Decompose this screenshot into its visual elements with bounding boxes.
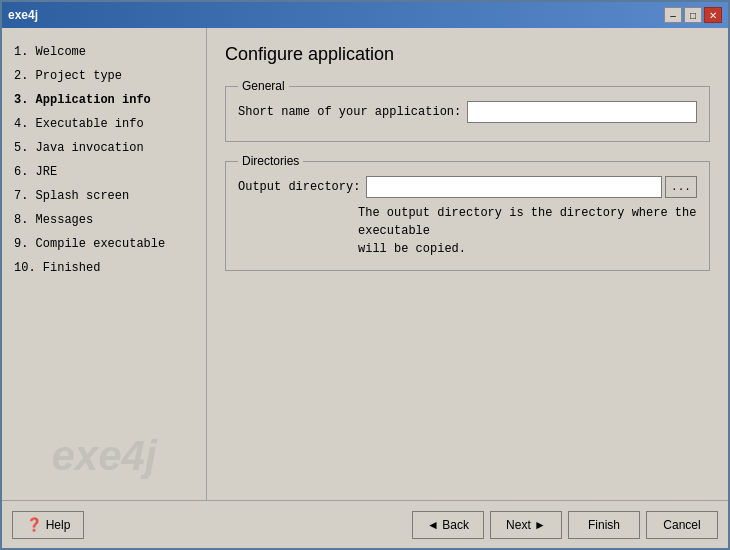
sidebar-item-jre[interactable]: 6. JRE [10,160,198,184]
next-label: Next ► [506,518,546,532]
sidebar-item-compile-executable[interactable]: 9. Compile executable [10,232,198,256]
short-name-label: Short name of your application: [238,105,461,119]
browse-button[interactable]: ... [665,176,697,198]
directories-legend: Directories [238,154,303,168]
sidebar: 1. Welcome 2. Project type 3. Applicatio… [2,28,207,500]
page-title: Configure application [225,44,710,65]
sidebar-item-finished[interactable]: 10. Finished [10,256,198,280]
window-controls: – □ ✕ [664,7,722,23]
sidebar-watermark: exe4j [51,432,156,480]
sidebar-item-messages[interactable]: 8. Messages [10,208,198,232]
title-bar: exe4j – □ ✕ [2,2,728,28]
bottom-bar: ❓ Help ◄ Back Next ► Finish Cancel [2,500,728,548]
back-label: ◄ Back [427,518,469,532]
minimize-button[interactable]: – [664,7,682,23]
next-button[interactable]: Next ► [490,511,562,539]
output-dir-help: The output directory is the directory wh… [358,204,697,258]
sidebar-item-splash-screen[interactable]: 7. Splash screen [10,184,198,208]
general-section: General Short name of your application: [225,79,710,142]
short-name-row: Short name of your application: [238,101,697,123]
maximize-button[interactable]: □ [684,7,702,23]
sidebar-item-java-invocation[interactable]: 5. Java invocation [10,136,198,160]
general-legend: General [238,79,289,93]
short-name-input[interactable] [467,101,697,123]
help-label: Help [46,518,71,532]
help-icon: ❓ [26,517,42,532]
close-button[interactable]: ✕ [704,7,722,23]
sidebar-item-welcome[interactable]: 1. Welcome [10,40,198,64]
main-window: exe4j – □ ✕ 1. Welcome 2. Project type 3… [0,0,730,550]
help-text-line1: The output directory is the directory wh… [358,206,696,238]
output-dir-input[interactable] [366,176,662,198]
directories-section: Directories Output directory: ... The ou… [225,154,710,271]
sidebar-item-executable-info[interactable]: 4. Executable info [10,112,198,136]
output-dir-label: Output directory: [238,180,360,194]
finish-label: Finish [588,518,620,532]
main-content: 1. Welcome 2. Project type 3. Applicatio… [2,28,728,500]
sidebar-item-application-info[interactable]: 3. Application info [10,88,198,112]
help-button[interactable]: ❓ Help [12,511,84,539]
finish-button[interactable]: Finish [568,511,640,539]
content-area: Configure application General Short name… [207,28,728,500]
window-title: exe4j [8,8,38,22]
sidebar-item-project-type[interactable]: 2. Project type [10,64,198,88]
back-button[interactable]: ◄ Back [412,511,484,539]
cancel-button[interactable]: Cancel [646,511,718,539]
cancel-label: Cancel [663,518,700,532]
output-dir-row: Output directory: ... [238,176,697,198]
help-text-line2: will be copied. [358,242,466,256]
